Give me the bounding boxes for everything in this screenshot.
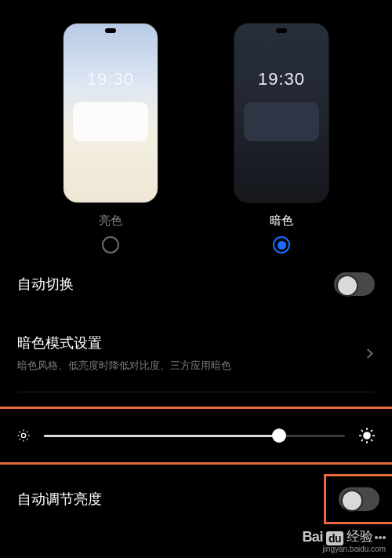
theme-selector: 19:30 亮色 19:30 暗色 bbox=[17, 16, 375, 253]
notch bbox=[276, 28, 287, 33]
dark-label: 暗色 bbox=[270, 213, 293, 228]
preview-time: 19:30 bbox=[64, 69, 158, 89]
slider-fill bbox=[44, 435, 279, 437]
auto-switch-row[interactable]: 自动切换 bbox=[17, 253, 375, 315]
theme-option-light[interactable]: 19:30 亮色 bbox=[64, 24, 158, 253]
auto-switch-label: 自动切换 bbox=[17, 275, 74, 294]
light-radio[interactable] bbox=[102, 236, 119, 253]
wm-brand-box: du bbox=[326, 531, 343, 545]
dark-radio[interactable] bbox=[273, 236, 290, 253]
dark-mode-settings-row[interactable]: 暗色模式设置 暗色风格、低亮度时降低对比度、三方应用暗色 bbox=[17, 315, 375, 392]
divider bbox=[17, 392, 375, 392]
svg-line-7 bbox=[20, 439, 20, 439]
svg-line-16 bbox=[361, 439, 363, 441]
slider-track[interactable] bbox=[44, 435, 345, 437]
svg-line-17 bbox=[371, 430, 372, 432]
dark-preview: 19:30 bbox=[234, 24, 328, 202]
dark-settings-subtitle: 暗色风格、低亮度时降低对比度、三方应用暗色 bbox=[17, 359, 231, 373]
wm-brand-right: 经验 bbox=[347, 527, 372, 545]
notch bbox=[105, 28, 116, 33]
preview-widget bbox=[73, 102, 148, 141]
slider-thumb[interactable] bbox=[272, 429, 286, 443]
paw-icon bbox=[375, 536, 386, 539]
light-preview: 19:30 bbox=[64, 24, 158, 202]
svg-point-9 bbox=[364, 432, 370, 439]
auto-switch-toggle[interactable] bbox=[334, 272, 375, 296]
auto-brightness-toggle[interactable] bbox=[339, 487, 379, 511]
svg-point-0 bbox=[21, 433, 25, 437]
svg-line-6 bbox=[27, 439, 27, 439]
auto-brightness-row[interactable]: 自动调节亮度 bbox=[0, 474, 392, 524]
brightness-slider[interactable] bbox=[16, 426, 376, 445]
svg-line-8 bbox=[27, 432, 27, 432]
dark-settings-title: 暗色模式设置 bbox=[17, 334, 231, 352]
wm-domain: jingyan.baidu.com bbox=[302, 545, 386, 553]
watermark: Bai du 经验 jingyan.baidu.com bbox=[302, 527, 386, 553]
auto-brightness-label: 自动调节亮度 bbox=[17, 490, 102, 509]
chevron-right-icon bbox=[363, 348, 373, 359]
theme-option-dark[interactable]: 19:30 暗色 bbox=[234, 24, 328, 253]
svg-line-5 bbox=[20, 432, 20, 432]
brightness-slider-highlight bbox=[0, 407, 392, 465]
light-label: 亮色 bbox=[99, 213, 122, 228]
preview-widget bbox=[244, 102, 319, 141]
auto-brightness-toggle-highlight bbox=[324, 474, 392, 524]
preview-time: 19:30 bbox=[234, 69, 328, 89]
svg-line-15 bbox=[371, 439, 372, 441]
brightness-high-icon bbox=[358, 426, 376, 445]
svg-line-14 bbox=[361, 430, 363, 432]
brightness-low-icon bbox=[16, 428, 31, 443]
wm-brand-left: Bai bbox=[302, 529, 323, 545]
